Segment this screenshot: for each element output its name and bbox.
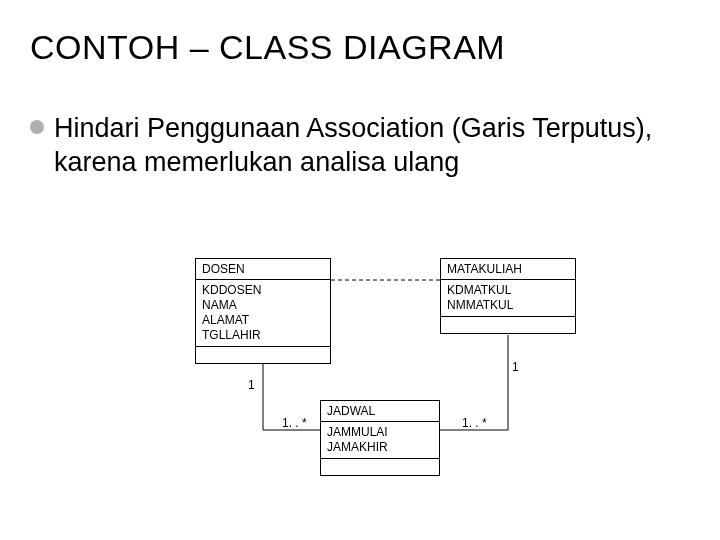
class-dosen: DOSEN KDDOSEN NAMA ALAMAT TGLLAHIR [195,258,331,364]
class-matakuliah: MATAKULIAH KDMATKUL NMMATKUL [440,258,576,334]
multiplicity: 1 [512,360,519,374]
multiplicity: 1. . * [462,416,487,430]
class-operations [441,317,575,333]
class-name: JADWAL [321,401,439,422]
attr: NAMA [202,298,324,313]
class-attributes: KDDOSEN NAMA ALAMAT TGLLAHIR [196,280,330,347]
class-operations [196,347,330,363]
bullet-text: Hindari Penggunaan Association (Garis Te… [54,112,690,180]
multiplicity: 1. . * [282,416,307,430]
class-attributes: JAMMULAI JAMAKHIR [321,422,439,459]
bullet-item: Hindari Penggunaan Association (Garis Te… [30,112,690,180]
attr: KDDOSEN [202,283,324,298]
attr: ALAMAT [202,313,324,328]
attr: JAMAKHIR [327,440,433,455]
class-name: MATAKULIAH [441,259,575,280]
slide-title: CONTOH – CLASS DIAGRAM [30,28,505,67]
attr: KDMATKUL [447,283,569,298]
class-jadwal: JADWAL JAMMULAI JAMAKHIR [320,400,440,476]
attr: TGLLAHIR [202,328,324,343]
attr: JAMMULAI [327,425,433,440]
multiplicity: 1 [248,378,255,392]
attr: NMMATKUL [447,298,569,313]
bullet-icon [30,120,44,134]
class-attributes: KDMATKUL NMMATKUL [441,280,575,317]
class-name: DOSEN [196,259,330,280]
class-operations [321,459,439,475]
